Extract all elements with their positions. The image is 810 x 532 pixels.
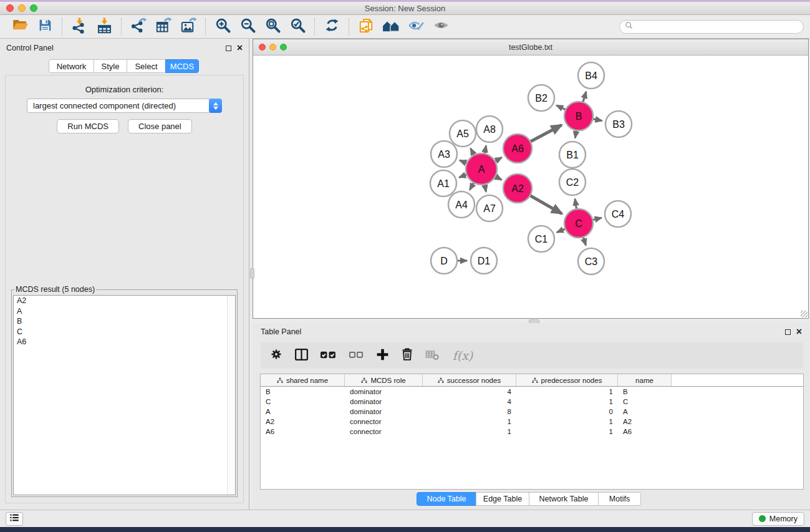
graph-node-A8[interactable]: A8 xyxy=(476,116,503,142)
hide-graphics-details-button[interactable] xyxy=(428,17,453,37)
memory-button[interactable]: Memory xyxy=(752,512,804,526)
network-window-titlebar[interactable]: testGlobe.txt xyxy=(253,39,808,56)
graph-node-B1[interactable]: B1 xyxy=(559,142,586,168)
graph-node-D1[interactable]: D1 xyxy=(471,248,497,274)
table-row[interactable]: Adominator80A xyxy=(261,407,803,417)
zoom-selected-button[interactable] xyxy=(285,17,310,37)
tab-network[interactable]: Network xyxy=(49,59,94,73)
table-cell[interactable]: A6 xyxy=(261,428,345,435)
tab-edge-table[interactable]: Edge Table xyxy=(476,492,529,506)
delete-table-button[interactable] xyxy=(424,347,440,364)
table-cell[interactable]: 0 xyxy=(516,408,618,415)
vertical-splitter-handle[interactable] xyxy=(250,268,254,279)
table-cell[interactable]: dominator xyxy=(345,398,423,405)
save-session-button[interactable] xyxy=(32,17,57,37)
tab-motifs[interactable]: Motifs xyxy=(598,492,641,506)
table-cell[interactable]: 4 xyxy=(423,388,516,395)
graph-node-B3[interactable]: B3 xyxy=(605,111,632,137)
table-cell[interactable]: 1 xyxy=(516,398,618,405)
table-cell[interactable]: connector xyxy=(345,428,423,435)
mcds-result-item[interactable]: A2 xyxy=(14,296,235,306)
column-header[interactable]: name xyxy=(618,374,672,386)
table-cell[interactable]: B xyxy=(261,388,345,395)
graph-node-A2[interactable]: A2 xyxy=(503,174,532,203)
column-header[interactable]: MCDS role xyxy=(345,374,423,386)
mcds-result-item[interactable]: A6 xyxy=(14,337,235,347)
run-mcds-button[interactable]: Run MCDS xyxy=(57,119,119,133)
show-columns-button[interactable] xyxy=(293,347,309,364)
tab-style[interactable]: Style xyxy=(94,59,127,73)
function-builder-button[interactable]: f(x) xyxy=(449,347,476,364)
table-cell[interactable]: A2 xyxy=(261,418,345,425)
column-header[interactable]: predecessor nodes xyxy=(516,374,618,386)
table-cell[interactable]: A xyxy=(618,408,672,415)
refresh-button[interactable] xyxy=(319,17,344,37)
export-network-button[interactable] xyxy=(126,17,151,37)
table-mode-button[interactable] xyxy=(268,347,284,364)
table-cell[interactable]: dominator xyxy=(345,388,423,395)
graph-node-B4[interactable]: B4 xyxy=(578,62,604,89)
mcds-result-item[interactable]: C xyxy=(14,327,235,337)
graph-node-A7[interactable]: A7 xyxy=(476,195,503,221)
graph-node-C2[interactable]: C2 xyxy=(559,169,586,195)
network-graph[interactable]: B4B2BB3A5A8A6A3B1AA1C2A2A4A7C4CC1C3DD1 xyxy=(253,56,808,317)
deselect-all-button[interactable] xyxy=(347,347,365,364)
search-field[interactable] xyxy=(619,20,804,34)
network-overview-button[interactable] xyxy=(378,17,403,37)
table-cell[interactable]: C xyxy=(618,398,672,405)
graph-node-A[interactable]: A xyxy=(466,153,497,185)
table-cell[interactable]: 1 xyxy=(423,428,516,435)
tab-node-table[interactable]: Node Table xyxy=(417,492,476,506)
table-cell[interactable]: 1 xyxy=(516,418,618,425)
graph-node-A3[interactable]: A3 xyxy=(431,141,457,167)
zoom-out-button[interactable] xyxy=(235,17,260,37)
table-cell[interactable]: 4 xyxy=(423,398,516,405)
delete-column-button[interactable] xyxy=(399,347,415,364)
float-panel-icon[interactable] xyxy=(226,46,231,51)
graph-node-D[interactable]: D xyxy=(431,248,457,274)
table-cell[interactable]: C xyxy=(261,398,345,405)
close-panel-button[interactable]: Close panel xyxy=(128,119,192,133)
graph-node-C1[interactable]: C1 xyxy=(528,226,554,252)
float-table-panel-icon[interactable] xyxy=(785,329,791,335)
graph-node-A4[interactable]: A4 xyxy=(448,191,475,218)
add-column-button[interactable] xyxy=(374,347,390,364)
table-cell[interactable]: A xyxy=(261,408,345,415)
resize-grip-icon[interactable] xyxy=(801,311,808,317)
graph-node-B[interactable]: B xyxy=(564,102,593,130)
mcds-result-item[interactable]: A xyxy=(14,306,235,317)
import-network-button[interactable] xyxy=(67,17,92,37)
table-row[interactable]: Bdominator41B xyxy=(261,387,803,397)
table-row[interactable]: Cdominator41C xyxy=(261,397,803,407)
table-cell[interactable]: 8 xyxy=(423,408,516,415)
table-cell[interactable]: 1 xyxy=(423,418,516,425)
import-table-button[interactable] xyxy=(92,17,117,37)
network-list-button[interactable] xyxy=(6,512,23,526)
table-row[interactable]: A6connector11A6 xyxy=(261,427,803,437)
table-cell[interactable]: B xyxy=(618,388,672,395)
network-canvas[interactable]: B4B2BB3A5A8A6A3B1AA1C2A2A4A7C4CC1C3DD1 xyxy=(253,56,808,317)
close-panel-icon[interactable]: × xyxy=(237,45,243,51)
zoom-in-button[interactable] xyxy=(210,17,235,37)
export-image-button[interactable] xyxy=(176,17,201,37)
table-cell[interactable]: 1 xyxy=(516,388,618,395)
mcds-result-list[interactable]: A2ABCA6 xyxy=(13,295,236,495)
graph-node-B2[interactable]: B2 xyxy=(528,85,554,111)
graph-node-C4[interactable]: C4 xyxy=(605,201,631,227)
table-cell[interactable]: A6 xyxy=(618,428,672,435)
mcds-result-item[interactable]: B xyxy=(14,316,235,327)
close-table-panel-icon[interactable]: × xyxy=(796,329,802,335)
graph-node-C3[interactable]: C3 xyxy=(578,248,604,274)
open-file-button[interactable] xyxy=(7,17,32,37)
graph-node-C[interactable]: C xyxy=(564,209,593,238)
table-cell[interactable]: 1 xyxy=(516,428,618,435)
table-cell[interactable]: dominator xyxy=(345,408,423,415)
optimization-criterion-select[interactable]: largest connected component (directed) xyxy=(27,99,222,113)
column-header[interactable]: shared name xyxy=(261,374,345,386)
table-cell[interactable]: connector xyxy=(345,418,423,425)
search-input[interactable] xyxy=(637,22,798,31)
tab-network-table[interactable]: Network Table xyxy=(529,492,599,506)
column-header[interactable]: successor nodes xyxy=(423,374,516,386)
scrollbar-track[interactable] xyxy=(227,296,235,495)
select-all-button[interactable] xyxy=(318,347,338,364)
